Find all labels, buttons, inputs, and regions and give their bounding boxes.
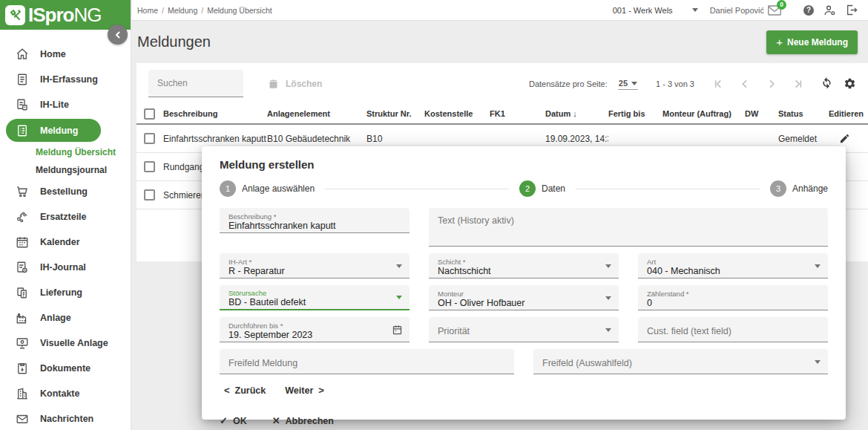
select-all-checkbox[interactable] [144, 108, 155, 120]
cancel-button[interactable]: ✕ Abbrechen [272, 415, 334, 426]
edit-pencil-icon[interactable] [839, 133, 850, 144]
col-anlagenelement[interactable]: Anlagenelement [267, 109, 366, 118]
row-checkbox[interactable] [144, 133, 155, 144]
table-header-row: Beschreibung Anlagenelement Struktur Nr.… [137, 104, 868, 125]
ih-art-select[interactable]: IH-Art * R - Reparatur [220, 253, 410, 278]
monteur-select[interactable]: Monteur OH - Oliver Hofbauer [429, 285, 619, 310]
last-page-icon[interactable] [792, 78, 804, 90]
durchfuehren-bis-datepicker[interactable]: Durchführen bis * 19. September 2023 [220, 317, 410, 342]
ok-button[interactable]: ✓ OK [220, 415, 247, 426]
sidebar-item-ih-erfassung[interactable]: IH-Erfassung [0, 67, 131, 92]
stoerursache-select[interactable]: Störursache BD - Bauteil defekt [220, 285, 410, 310]
spare-parts-icon [16, 210, 29, 224]
row-checkbox[interactable] [144, 189, 155, 201]
col-kostenstelle[interactable]: Kostenstelle [424, 109, 490, 118]
sidebar-item-anlage[interactable]: Anlage [0, 305, 131, 330]
sidebar-item-label: Nachrichten [40, 414, 93, 424]
sidebar-item-dokumente[interactable]: Dokumente [0, 356, 131, 381]
page-size-label: Datensätze pro Seite: [529, 79, 608, 88]
refresh-icon[interactable] [821, 77, 833, 90]
breadcrumb-meldung[interactable]: Meldung [168, 6, 197, 15]
meldung-erstellen-dialog: Meldung erstellen 1 Anlage auswählen 2 D… [202, 146, 846, 420]
new-meldung-button[interactable]: + Neue Meldung [766, 30, 858, 54]
app-logo[interactable]: ISproNG [0, 0, 131, 30]
chevron-down-icon [815, 264, 821, 268]
tools-logo-icon [5, 5, 25, 25]
chevron-down-icon [605, 264, 611, 268]
calendar-icon[interactable] [392, 324, 403, 336]
gear-icon[interactable] [844, 77, 856, 90]
sidebar-subitem-meldung-uebersicht[interactable]: Meldung Übersicht [0, 143, 131, 161]
sidebar-item-kalender[interactable]: Kalender [0, 229, 131, 255]
user-menu[interactable]: Daniel Popović 0 [710, 5, 781, 16]
help-icon[interactable]: ? [803, 5, 814, 16]
table-toolbar: Löschen Datensätze pro Seite: 25 1 - 3 v… [137, 63, 868, 104]
sidebar-collapse-button[interactable] [108, 25, 128, 45]
sidebar-item-lieferung[interactable]: Lieferung [0, 280, 131, 305]
breadcrumb-home[interactable]: Home [137, 6, 158, 15]
user-name: Daniel Popović [710, 6, 764, 15]
dialog-title: Meldung erstellen [220, 158, 828, 171]
next-button[interactable]: Weiter > [285, 385, 324, 396]
col-dw[interactable]: DW [745, 109, 778, 118]
col-monteur[interactable]: Monteur (Auftrag) [662, 109, 745, 118]
sidebar-item-ih-lite[interactable]: IH-Lite [0, 92, 131, 117]
close-icon: ✕ [272, 415, 280, 426]
next-page-icon[interactable] [766, 78, 777, 90]
first-page-icon[interactable] [712, 78, 724, 90]
step-anlage-auswaehlen[interactable]: 1 Anlage auswählen [220, 180, 315, 197]
sidebar-item-visuelle-anlage[interactable]: Visuelle Anlage [0, 330, 131, 356]
step-label: Anlage auswählen [242, 183, 315, 194]
row-checkbox[interactable] [144, 161, 155, 172]
prioritaet-select[interactable]: Priorität [429, 317, 619, 342]
envelope-icon [16, 412, 29, 426]
col-struktur-nr[interactable]: Struktur Nr. [366, 109, 424, 118]
monitor-icon [16, 336, 29, 350]
clipboard-icon [16, 362, 29, 375]
sidebar-item-label: Meldung [40, 126, 78, 136]
sidebar-item-label: Anlage [40, 313, 71, 323]
page-size-select[interactable]: 25 [618, 77, 638, 90]
art-select[interactable]: Art 040 - Mechanisch [638, 253, 828, 278]
step-number: 3 [770, 180, 786, 197]
col-fk1[interactable]: FK1 [490, 109, 545, 118]
col-fertig-bis[interactable]: Fertig bis [608, 109, 662, 118]
sidebar-item-label: Kontakte [40, 388, 79, 399]
logout-icon[interactable] [846, 4, 858, 16]
sidebar-item-bestellung[interactable]: Bestellung [0, 179, 131, 204]
brand-wordmark: ISproNG [28, 5, 101, 25]
freifeld-auswahlfeld-select[interactable]: Freifeld (Auswahlfeld) [533, 349, 828, 374]
step-daten[interactable]: 2 Daten [519, 180, 565, 197]
col-beschreibung[interactable]: Beschreibung [163, 109, 267, 118]
col-status[interactable]: Status [778, 109, 829, 118]
user-settings-icon[interactable] [823, 4, 836, 16]
sidebar-item-ih-journal[interactable]: IH-Journal [0, 255, 131, 280]
pagination-range: 1 - 3 von 3 [656, 79, 694, 88]
sidebar-subitem-meldungsjournal[interactable]: Meldungsjournal [0, 161, 131, 179]
plant-selector[interactable]: 001 - Werk Wels [613, 6, 698, 15]
delete-button[interactable]: Löschen [268, 78, 322, 90]
sidebar-item-kontakte[interactable]: Kontakte [0, 381, 131, 406]
chevron-down-icon [605, 296, 611, 300]
chevron-down-icon [692, 8, 698, 12]
delete-label: Löschen [286, 79, 322, 89]
sidebar-item-home[interactable]: Home [0, 42, 131, 67]
dialog-actions: ✓ OK ✕ Abbrechen [220, 415, 828, 426]
prev-page-icon[interactable] [739, 78, 751, 90]
cart-icon [16, 185, 29, 198]
col-datum[interactable]: Datum↓ [545, 109, 608, 118]
schicht-select[interactable]: Schicht * Nachtschicht [429, 253, 619, 278]
text-history-field[interactable]: Text (History aktiv) [429, 208, 828, 247]
freifeld-meldung-input[interactable]: Freifeld Meldung [220, 349, 514, 374]
search-input[interactable] [148, 70, 243, 97]
beschreibung-field[interactable]: Beschreibung * Einfahrtsschranken kaputt [220, 208, 410, 233]
sidebar-item-nachrichten[interactable]: Nachrichten [0, 406, 131, 430]
cell-status: Gemeldet [778, 134, 829, 144]
step-anhaenge[interactable]: 3 Anhänge [770, 180, 828, 197]
sidebar: ISproNG Home IH-Erfassung IH-Lite Meldun… [0, 0, 131, 430]
zaehlerstand-field[interactable]: Zählerstand * 0 [638, 285, 828, 310]
sidebar-item-ersatzteile[interactable]: Ersatzteile [0, 204, 131, 229]
sidebar-item-meldung[interactable]: Meldung [6, 119, 101, 142]
cust-field-input[interactable]: Cust. field (text field) [638, 317, 828, 342]
back-button[interactable]: < Zurück [224, 385, 266, 396]
